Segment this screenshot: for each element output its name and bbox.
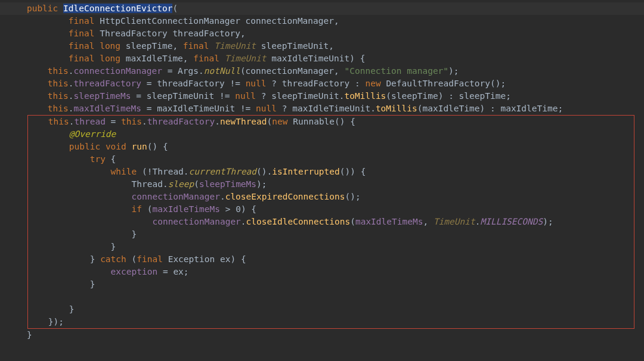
constant: MILLISECONDS xyxy=(480,217,543,226)
keyword: this xyxy=(48,79,69,88)
param: sleepTime xyxy=(391,91,438,101)
method: toMillis xyxy=(345,91,386,101)
field: sleepTimeMs xyxy=(74,91,131,101)
code-line: exception = ex; xyxy=(7,266,634,278)
param: maxIdleTimeUnit xyxy=(157,104,235,113)
param: maxIdleTime xyxy=(422,104,479,113)
keyword: final xyxy=(69,41,95,51)
keyword: this xyxy=(48,91,69,101)
keyword: null xyxy=(235,91,256,101)
field: sleepTimeMs xyxy=(199,179,256,189)
code-line: this.sleepTimeMs = sleepTimeUnit != null… xyxy=(0,90,644,102)
selected-class-name: IdleConnectionEvictor xyxy=(63,4,172,13)
method: sleep xyxy=(168,179,194,189)
param: sleepTime xyxy=(459,91,506,101)
code-line: this.threadFactory = threadFactory != nu… xyxy=(0,77,644,90)
field: thread xyxy=(75,117,106,126)
field: threadFactory xyxy=(74,79,142,88)
keyword: null xyxy=(246,79,267,88)
type: DefaultThreadFactory xyxy=(386,79,490,88)
code-line xyxy=(7,291,634,303)
field: maxIdleTimeMs xyxy=(355,217,423,226)
code-line: } xyxy=(7,241,634,253)
code-line: if (maxIdleTimeMs > 0) { xyxy=(7,203,634,216)
number: 0 xyxy=(236,204,241,214)
type: TimeUnit xyxy=(225,54,267,63)
code-line: } xyxy=(7,228,634,241)
param: maxIdleTime xyxy=(126,54,183,63)
code-line: } xyxy=(0,329,644,341)
code-line: connectionManager.closeIdleConnections(m… xyxy=(7,216,634,228)
field: connectionManager xyxy=(132,192,220,201)
field: connectionManager xyxy=(152,217,240,226)
method: run xyxy=(132,142,147,151)
type: Thread xyxy=(152,167,183,176)
type: Args xyxy=(178,66,199,76)
field: exception xyxy=(111,267,158,276)
string: "Connection manager" xyxy=(344,66,448,76)
code-line: try { xyxy=(7,153,634,166)
method: closeIdleConnections xyxy=(246,217,351,226)
field: maxIdleTimeMs xyxy=(152,204,220,214)
keyword: this xyxy=(48,117,69,126)
code-line: public IdleConnectionEvictor( xyxy=(0,2,644,15)
field: maxIdleTimeMs xyxy=(74,104,142,113)
param: maxIdleTime xyxy=(500,104,558,113)
code-line: this.thread = this.threadFactory.newThre… xyxy=(7,116,634,128)
code-line: } xyxy=(7,303,634,316)
keyword: final xyxy=(183,41,209,51)
var: ex xyxy=(173,267,183,276)
param: sleepTimeUnit xyxy=(271,91,339,101)
type: ThreadFactory xyxy=(100,29,168,38)
code-line: final long maxIdleTime, final TimeUnit m… xyxy=(0,52,644,65)
keyword: this xyxy=(48,66,69,76)
keyword: while xyxy=(111,167,137,176)
code-line: final ThreadFactory threadFactory, xyxy=(0,27,644,40)
keyword: catch xyxy=(100,254,126,264)
type: Thread xyxy=(132,179,163,189)
keyword: void xyxy=(106,142,126,151)
param: threadFactory xyxy=(282,79,350,88)
method: currentThread xyxy=(189,167,257,176)
keyword: new xyxy=(272,117,287,126)
keyword: public xyxy=(27,4,58,13)
code-line: public void run() { xyxy=(7,141,634,153)
code-line: }); xyxy=(7,316,634,328)
param: maxIdleTimeUnit xyxy=(292,104,370,113)
type: Runnable xyxy=(293,117,335,126)
type: HttpClientConnectionManager xyxy=(100,16,240,26)
type: Exception xyxy=(168,254,215,264)
code-line: final HttpClientConnectionManager connec… xyxy=(0,15,644,27)
keyword: final xyxy=(69,54,95,63)
code-line: @Override xyxy=(7,128,634,141)
param: connectionManager xyxy=(246,66,334,76)
code-line: while (!Thread.currentThread().isInterru… xyxy=(7,166,634,178)
method: toMillis xyxy=(376,104,417,113)
method: isInterrupted xyxy=(272,167,340,176)
keyword: public xyxy=(69,142,100,151)
keyword: long xyxy=(100,54,120,63)
code-editor[interactable]: public IdleConnectionEvictor( final Http… xyxy=(0,2,644,341)
param: threadFactory xyxy=(172,29,240,38)
field: threadFactory xyxy=(147,117,215,126)
keyword: final xyxy=(69,16,95,26)
param: maxIdleTimeUnit xyxy=(271,54,349,63)
code-line: Thread.sleep(sleepTimeMs); xyxy=(7,178,634,191)
keyword: long xyxy=(100,41,120,51)
keyword: final xyxy=(69,29,95,38)
annotation: @Override xyxy=(69,129,116,139)
keyword: final xyxy=(137,254,163,264)
keyword: this xyxy=(121,117,142,126)
param: sleepTimeUnit xyxy=(261,41,329,51)
param: sleepTime xyxy=(126,41,173,51)
method: closeExpiredConnections xyxy=(225,192,345,201)
param: threadFactory xyxy=(157,79,225,88)
code-line: this.maxIdleTimeMs = maxIdleTimeUnit != … xyxy=(0,102,644,115)
code-line: this.connectionManager = Args.notNull(co… xyxy=(0,65,644,77)
highlighted-region: this.thread = this.threadFactory.newThre… xyxy=(27,115,634,329)
method: newThread xyxy=(220,117,267,126)
keyword: new xyxy=(365,79,380,88)
code-line: connectionManager.closeExpiredConnection… xyxy=(7,191,634,203)
method: notNull xyxy=(204,66,240,76)
keyword: null xyxy=(256,104,277,113)
